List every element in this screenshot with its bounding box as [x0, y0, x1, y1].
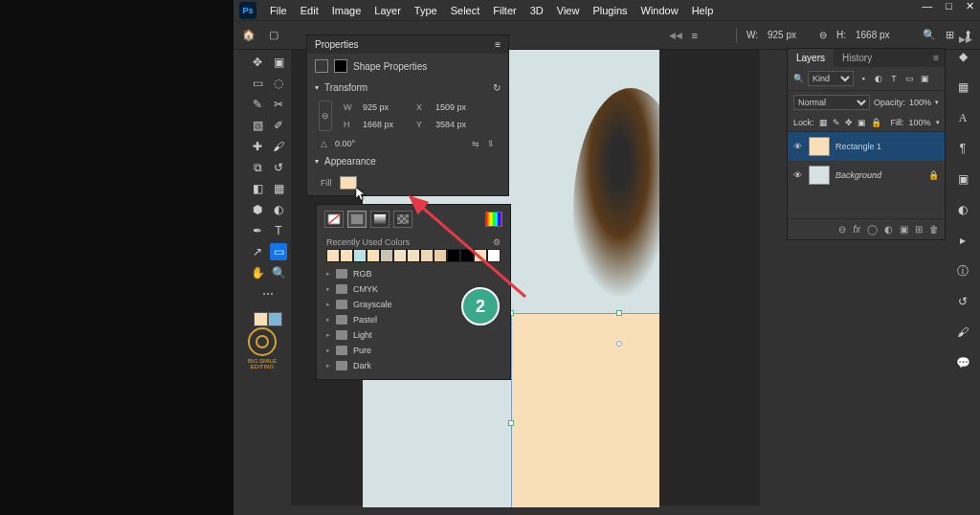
- library-panel-icon[interactable]: ▣: [954, 170, 971, 188]
- move-tool[interactable]: ✥: [249, 54, 266, 71]
- brush-tool[interactable]: 🖌: [270, 138, 287, 155]
- heal-tool[interactable]: ✚: [249, 138, 266, 155]
- eyedropper-tool[interactable]: ✐: [270, 117, 287, 134]
- swatches-panel-icon[interactable]: ▦: [954, 78, 971, 96]
- prop-y-input[interactable]: [435, 120, 479, 129]
- comment-panel-icon[interactable]: 💬: [954, 354, 971, 371]
- recent-color-swatch[interactable]: [353, 249, 367, 262]
- color-picker-button[interactable]: [485, 212, 502, 227]
- window-minimize[interactable]: —: [922, 0, 932, 12]
- gradient-tool[interactable]: ▦: [270, 180, 287, 197]
- flip-h-icon[interactable]: ⇋: [472, 139, 479, 148]
- crop-tool[interactable]: ✂: [270, 96, 287, 113]
- visibility-icon[interactable]: 👁: [793, 142, 803, 151]
- recent-color-swatch[interactable]: [326, 249, 340, 262]
- recent-color-swatch[interactable]: [407, 249, 420, 262]
- brush-panel-icon[interactable]: 🖌: [954, 324, 971, 341]
- menu-plugins[interactable]: Plugins: [592, 5, 627, 16]
- swatch-folder[interactable]: ▸RGB: [317, 266, 510, 281]
- adjust-panel-icon[interactable]: ◐: [954, 201, 971, 218]
- hand-tool[interactable]: ✋: [249, 264, 266, 281]
- edit-toolbar[interactable]: ⋯: [259, 285, 277, 302]
- fx-icon[interactable]: fx: [853, 224, 860, 235]
- marquee-tool[interactable]: ▭: [249, 75, 266, 92]
- lock-pos-icon[interactable]: ✥: [845, 118, 853, 127]
- prop-width-input[interactable]: [363, 102, 407, 112]
- panel-menu-icon[interactable]: ≡: [692, 30, 698, 41]
- menu-layer[interactable]: Layer: [374, 5, 401, 16]
- link-wh-icon[interactable]: ⊖: [819, 30, 827, 40]
- flip-v-icon[interactable]: ⥮: [487, 139, 495, 148]
- delete-icon[interactable]: 🗑: [929, 224, 939, 235]
- menu-view[interactable]: View: [557, 5, 580, 16]
- panel-menu-icon[interactable]: ≡: [927, 49, 945, 67]
- group-icon[interactable]: ▣: [900, 224, 908, 235]
- recent-color-swatch[interactable]: [474, 249, 487, 262]
- eraser-tool[interactable]: ◧: [249, 180, 266, 197]
- tab-layers[interactable]: Layers: [788, 49, 834, 67]
- tab-history[interactable]: History: [834, 49, 880, 67]
- workspace-icon[interactable]: ⊞: [946, 29, 954, 41]
- menu-type[interactable]: Type: [414, 5, 437, 16]
- pen-tool[interactable]: ✒: [249, 222, 266, 239]
- pattern-tab[interactable]: [393, 211, 412, 228]
- layer-row[interactable]: 👁 Rectangle 1: [788, 132, 945, 161]
- reset-icon[interactable]: ↻: [493, 82, 501, 93]
- filter-adjust-icon[interactable]: ◐: [873, 73, 884, 84]
- artboard-tool[interactable]: ▣: [270, 54, 287, 71]
- recent-color-swatch[interactable]: [460, 249, 474, 262]
- search-icon[interactable]: 🔍: [923, 29, 936, 41]
- actions-panel-icon[interactable]: ▸: [954, 232, 971, 249]
- visibility-icon[interactable]: 👁: [793, 170, 803, 180]
- blur-tool[interactable]: ⬢: [249, 201, 266, 218]
- recent-color-swatch[interactable]: [434, 249, 447, 262]
- path-tool[interactable]: ↗: [249, 243, 266, 260]
- swatch-folder[interactable]: ▸Light: [317, 327, 510, 343]
- history-panel-icon[interactable]: ↺: [954, 293, 971, 310]
- menu-3d[interactable]: 3D: [530, 5, 544, 16]
- adjust-icon[interactable]: ◐: [884, 224, 893, 235]
- gradient-tab[interactable]: [370, 211, 390, 228]
- menu-filter[interactable]: Filter: [493, 5, 516, 16]
- recent-color-swatch[interactable]: [393, 249, 407, 262]
- link-layers-icon[interactable]: ⊖: [838, 224, 846, 235]
- collapse-right-icon[interactable]: ▶▶: [959, 34, 972, 44]
- type-panel-icon[interactable]: A: [954, 109, 971, 126]
- chevron-down-icon[interactable]: ▾: [315, 83, 319, 92]
- menu-select[interactable]: Select: [451, 5, 480, 16]
- layer-name[interactable]: Background: [835, 170, 923, 180]
- shape-rectangle[interactable]: [511, 313, 659, 507]
- stamp-tool[interactable]: ⧉: [249, 159, 266, 176]
- collapse-left-icon[interactable]: ◀◀: [669, 31, 682, 40]
- history-brush-tool[interactable]: ↺: [270, 159, 287, 176]
- menu-help[interactable]: Help: [692, 5, 714, 16]
- window-close[interactable]: ✕: [966, 0, 974, 12]
- panel-menu-icon[interactable]: ≡: [495, 39, 501, 50]
- recent-color-swatch[interactable]: [340, 249, 353, 262]
- zoom-tool[interactable]: 🔍: [270, 264, 287, 281]
- filter-shape-icon[interactable]: ▭: [903, 73, 915, 84]
- window-maximize[interactable]: □: [946, 0, 952, 12]
- blend-mode-select[interactable]: Normal: [793, 95, 870, 110]
- recent-color-swatch[interactable]: [447, 249, 460, 262]
- link-dimensions-icon[interactable]: ⊖: [319, 101, 332, 131]
- lock-icon[interactable]: 🔒: [871, 118, 881, 127]
- layer-name[interactable]: Rectangle 1: [835, 142, 939, 151]
- filter-pixel-icon[interactable]: ▪: [858, 73, 869, 84]
- rectangle-tool[interactable]: ▭: [270, 243, 287, 260]
- swatch-folder[interactable]: ▸Dark: [317, 358, 510, 373]
- info-panel-icon[interactable]: ⓘ: [954, 262, 971, 280]
- type-tool[interactable]: T: [270, 222, 287, 239]
- quickselect-tool[interactable]: ✎: [249, 96, 266, 113]
- fillop-value[interactable]: 100%: [909, 118, 931, 127]
- chevron-down-icon[interactable]: ▾: [315, 157, 319, 166]
- lock-all-icon[interactable]: ▦: [819, 118, 828, 127]
- gear-icon[interactable]: ⚙: [493, 237, 501, 247]
- frame-tool[interactable]: ▧: [249, 117, 266, 134]
- menu-image[interactable]: Image: [332, 5, 362, 16]
- paragraph-panel-icon[interactable]: ¶: [954, 140, 971, 157]
- filter-kind-select[interactable]: Kind: [808, 71, 854, 86]
- nocolor-tab[interactable]: [324, 211, 344, 228]
- prop-x-input[interactable]: [435, 102, 479, 112]
- width-input[interactable]: [768, 30, 810, 40]
